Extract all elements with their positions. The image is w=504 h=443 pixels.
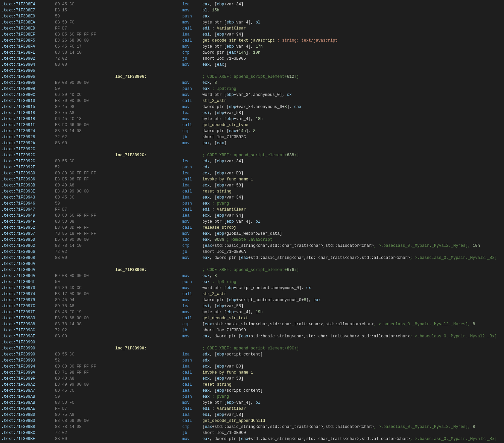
disasm-line: .text:71F3099F8D 4D A8leaecx, [ebp+var_5… — [0, 376, 504, 382]
addr-col: .text:71F309AB — [1, 394, 55, 400]
mnemonic-col: push — [182, 394, 202, 400]
mnemonic-col: mov — [182, 19, 202, 25]
addr-col: .text:71F30968 — [1, 255, 55, 261]
addr-col: .text:71F309AB — [1, 400, 55, 406]
operands-col: edx, [ebp+script_content] — [202, 351, 503, 357]
bytes-col: 8D 75 A8 — [55, 303, 115, 309]
operands-col: eax ; lpString — [202, 86, 503, 92]
label-col: loc_71F3B96A: — [115, 267, 182, 273]
bytes-col: 7B 85 18 FF FF FF — [55, 231, 115, 237]
disasm-line: .text:71F308EF8B D5 6C FF FF FFleaesi, [… — [0, 32, 504, 38]
disasm-line: .text:71F3091BC6 45 FC 18movbyte ptr [eb… — [0, 116, 504, 122]
operands-col: str_2_wstr — [202, 98, 503, 104]
mnemonic-col: mov — [182, 400, 202, 406]
bytes-col: 52 — [55, 164, 115, 170]
operands-col: eax, dword ptr [eax+std::basic_string<ch… — [202, 255, 503, 261]
operands-col: short loc_71F3B92C — [202, 134, 503, 140]
operands-col: word ptr [ebp+var_34.anonymous_0], cx — [202, 92, 503, 98]
mnemonic-col: jb — [182, 56, 202, 62]
mnemonic-col: lea — [182, 412, 202, 418]
bytes-col: E8 98 68 00 00 — [55, 315, 115, 321]
operands-col: eax ; pvarg — [202, 201, 503, 207]
operands-col: ecx, [ebp+var_D0] — [202, 170, 503, 176]
addr-col: .text:71F30962 — [1, 243, 55, 249]
bytes-col: 66 89 4D CC — [55, 92, 115, 98]
bytes-col: E8 26 68 00 00 — [55, 38, 115, 44]
bytes-col: 8B 5D FC — [55, 19, 115, 25]
disasm-line: .text:71F3092872 02jbshort loc_71F3B92C — [0, 134, 504, 140]
mnemonic-col: push — [182, 279, 202, 285]
operands-col: ecx, [ebp+var_58] — [202, 376, 503, 382]
disasm-line: .text:71F309188D 75 A8leaesi, [ebp+var_5… — [0, 110, 504, 116]
mnemonic-col: call — [182, 38, 202, 44]
mnemonic-col: jb — [182, 249, 202, 255]
mnemonic-col: mov — [182, 436, 202, 442]
operands-col: dword ptr [ebp+var_34.anonymous_0+8], ea… — [202, 104, 503, 110]
mnemonic-col: mov — [182, 92, 202, 98]
bytes-col: 52 — [55, 357, 115, 364]
addr-col: .text:71F30904 — [1, 62, 55, 68]
operands-col: edi ; VariantClear — [202, 207, 503, 213]
disasm-line: .text:71F308EA8B 5D FCmovbyte ptr [ebp+v… — [0, 19, 504, 25]
operands-col: eax, [ebp+var_34] — [202, 195, 503, 201]
disasm-line: .text:71F3093B8D 4D A8leaecx, [ebp+var_5… — [0, 182, 504, 188]
addr-col: .text:71F30902 — [1, 56, 55, 62]
disasm-line: .text:71F3092C — [0, 146, 504, 152]
addr-col: .text:71F3096F — [1, 279, 55, 285]
addr-col: .text:71F308E7 — [1, 7, 55, 13]
mnemonic-col: lea — [182, 303, 202, 309]
disasm-line: .text:71F309AEFF D7calledi ; VariantClea… — [0, 406, 504, 412]
disasm-line: .text:71F309908D 55 CCleaedx, [ebp+scrip… — [0, 351, 504, 357]
operands-col: eax, [ebp+script_content] — [202, 388, 503, 394]
operands-col: esi, [ebp+var_94] — [202, 32, 503, 38]
addr-col: .text:71F3091F — [1, 122, 55, 128]
operands-col: get_decode_str_text — [202, 315, 503, 321]
disasm-line: .text:71F3094650pusheax ; pvarg — [0, 201, 504, 207]
disasm-line: .text:71F30974E8 17 0D 06 00callstr_2_ws… — [0, 291, 504, 297]
mnemonic-col: lea — [182, 376, 202, 382]
addr-col: .text:71F309B0 — [1, 412, 55, 418]
disasm-line: .text:71F309B08D 75 A8leaesi, [ebp+var_5… — [0, 412, 504, 418]
disasm-line: .text:71F30906loc_71F3B906:; CODE XREF: … — [0, 74, 504, 80]
operands-col: ; CODE XREF: append_script_element+638↑j — [202, 152, 503, 158]
disasm-line: .text:71F309A2E8 49 99 00 00callreset_st… — [0, 382, 504, 388]
addr-col: .text:71F30993 — [1, 357, 55, 364]
disasm-line: .text:71F30910E8 70 0D 06 00callstr_2_ws… — [0, 98, 504, 104]
addr-col: .text:71F30946 — [1, 201, 55, 207]
bytes-col: C6 45 FC 17 — [55, 44, 115, 50]
bytes-col: 72 02 — [55, 430, 115, 436]
disasm-line: .text:71F30947FF D7calledi ; VariantClea… — [0, 207, 504, 213]
disasm-line: .text:71F3092Cloc_71F3B92C:; CODE XREF: … — [0, 152, 504, 158]
disasm-line: .text:71F308FE83 38 14 10cmpdword ptr [e… — [0, 50, 504, 56]
addr-col: .text:71F3090B — [1, 86, 55, 92]
bytes-col: FF D7 — [55, 207, 115, 213]
operands-col: esi, [ebp+var_58] — [202, 110, 503, 116]
addr-col: .text:71F30974 — [1, 291, 55, 297]
mnemonic-col: mov — [182, 273, 202, 279]
disasm-line: .text:71F309B883 78 14 08cmp[eax+std::ba… — [0, 424, 504, 430]
addr-col: .text:71F30936 — [1, 176, 55, 182]
disasm-line: .text:71F309BE8B 00moveax, dword ptr [ea… — [0, 436, 504, 442]
addr-col: .text:71F30979 — [1, 297, 55, 303]
disasm-line: .text:71F309048B 00moveax, [eax] — [0, 62, 504, 68]
mnemonic-col: call — [182, 406, 202, 412]
disasm-line: .text:71F3097066 89 4D CCmovword ptr [eb… — [0, 285, 504, 291]
disasm-line: .text:71F30990 — [0, 339, 504, 345]
disasm-line: .text:71F3094F8B 5D D8movbyte ptr [ebp+v… — [0, 219, 504, 225]
addr-col: .text:71F3092A — [1, 140, 55, 146]
disasm-line: .text:71F309308D 8D 30 FF FF FFleaecx, [… — [0, 170, 504, 176]
addr-col: .text:71F309BC — [1, 430, 55, 436]
addr-col: .text:71F30930 — [1, 170, 55, 176]
bytes-col: 8D 45 CC — [55, 388, 115, 394]
addr-col: .text:71F30988 — [1, 321, 55, 327]
disasm-line: .text:71F3093EE8 AD 99 00 00callreset_st… — [0, 188, 504, 195]
disasm-line: .text:71F30936E8 D5 98 FF FFcallinvoke_b… — [0, 176, 504, 182]
bytes-col: 8D 4D A8 — [55, 376, 115, 382]
bytes-col: 8D 8D 30 FF FF FF — [55, 364, 115, 370]
addr-col: .text:71F30910 — [1, 98, 55, 104]
addr-col: .text:71F30952 — [1, 225, 55, 231]
addr-col: .text:71F3093B — [1, 182, 55, 188]
operands-col: dword ptr [eax+14h], 10h — [202, 50, 503, 56]
bytes-col: 8D 55 CC — [55, 351, 115, 357]
addr-col: .text:71F3092C — [1, 158, 55, 164]
